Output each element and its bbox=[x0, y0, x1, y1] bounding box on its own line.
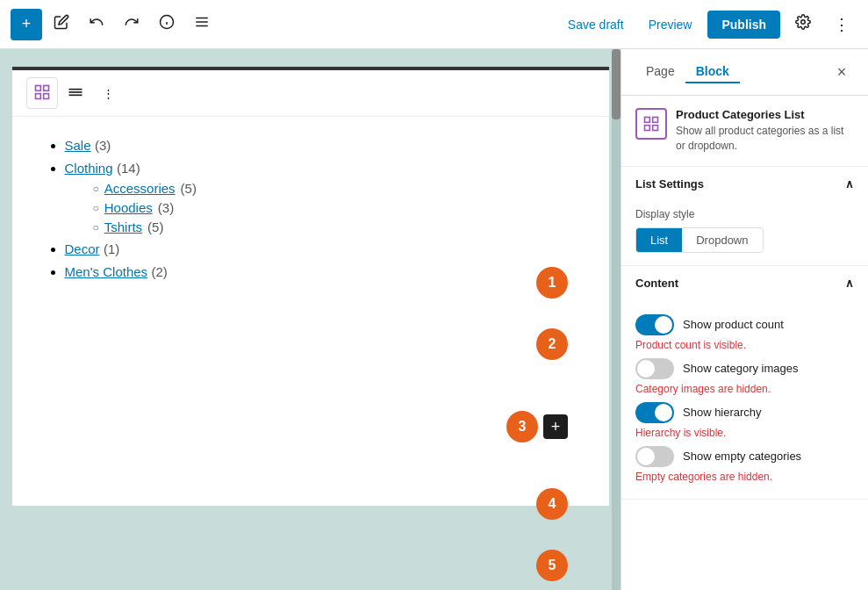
tshirts-count: (5) bbox=[147, 219, 163, 234]
grid-view-button[interactable] bbox=[26, 77, 58, 109]
redo-icon bbox=[124, 14, 140, 34]
list-item: Accessories (5) bbox=[93, 181, 588, 196]
accessories-link[interactable]: Accessories bbox=[104, 181, 176, 196]
hoodies-count: (3) bbox=[158, 200, 174, 215]
step-marker-3: 3 bbox=[506, 411, 538, 442]
step-marker-1: 1 bbox=[536, 267, 568, 299]
preview-button[interactable]: Preview bbox=[640, 12, 701, 37]
svg-rect-9 bbox=[43, 85, 48, 90]
step-marker-3-group: 3 + bbox=[506, 411, 568, 442]
block-icon bbox=[635, 108, 667, 140]
tab-block[interactable]: Block bbox=[685, 61, 740, 83]
display-style-toggle: List Dropdown bbox=[635, 227, 764, 253]
display-style-label: Display style bbox=[635, 208, 854, 220]
list-settings-body: Display style List Dropdown bbox=[621, 201, 868, 265]
list-style-button[interactable]: List bbox=[636, 228, 682, 252]
step-marker-2: 2 bbox=[536, 328, 568, 360]
tshirts-link[interactable]: Tshirts bbox=[104, 219, 142, 234]
svg-rect-10 bbox=[35, 93, 40, 98]
content-section-body: Show product count Product count is visi… bbox=[621, 300, 868, 499]
dropdown-style-button[interactable]: Dropdown bbox=[682, 228, 762, 252]
block-info-text: Product Categories List Show all product… bbox=[676, 108, 854, 154]
category-list: Sale (3) Clothing (14) Accessories (5) bbox=[12, 117, 609, 301]
pencil-icon bbox=[54, 14, 69, 34]
sale-link[interactable]: Sale bbox=[65, 138, 91, 153]
redo-button[interactable] bbox=[116, 9, 147, 40]
svg-rect-18 bbox=[653, 126, 658, 131]
svg-rect-15 bbox=[645, 118, 650, 123]
block-description: Show all product categories as a list or… bbox=[676, 124, 854, 154]
show-empty-categories-hint: Empty categories are hidden. bbox=[635, 471, 854, 483]
panel-header: Page Block × bbox=[621, 49, 868, 96]
toolbar-left: + bbox=[11, 9, 556, 40]
gear-icon bbox=[795, 14, 811, 34]
undo-icon bbox=[89, 14, 104, 34]
grid-icon bbox=[33, 83, 51, 104]
show-empty-categories-label: Show empty categories bbox=[683, 450, 801, 463]
show-hierarchy-hint: Hierarchy is visible. bbox=[635, 427, 854, 439]
list-view-icon bbox=[194, 14, 210, 34]
main-toolbar: + Save draft Pre bbox=[0, 0, 868, 49]
content-title: Content bbox=[635, 277, 678, 290]
ellipsis-icon: ⋮ bbox=[834, 15, 850, 34]
dots-icon: ⋮ bbox=[103, 87, 114, 100]
step-marker-5: 5 bbox=[536, 550, 568, 581]
plus-icon: + bbox=[22, 15, 32, 33]
svg-rect-17 bbox=[645, 126, 650, 131]
save-draft-button[interactable]: Save draft bbox=[559, 12, 633, 37]
list-item: Tshirts (5) bbox=[93, 219, 588, 234]
show-category-images-label: Show category images bbox=[683, 362, 799, 375]
info-button[interactable] bbox=[151, 9, 183, 40]
show-product-count-toggle[interactable] bbox=[635, 314, 674, 335]
close-panel-button[interactable]: × bbox=[829, 60, 854, 84]
scrollbar-thumb[interactable] bbox=[612, 49, 621, 119]
decor-count: (1) bbox=[104, 241, 119, 256]
publish-button[interactable]: Publish bbox=[707, 11, 780, 39]
settings-button[interactable] bbox=[787, 9, 819, 40]
undo-button[interactable] bbox=[81, 9, 112, 40]
show-category-images-row: Show category images bbox=[635, 358, 854, 379]
add-block-overlay-button[interactable]: + bbox=[543, 414, 568, 439]
show-hierarchy-toggle[interactable] bbox=[635, 402, 674, 423]
list-item: Hoodies (3) bbox=[93, 200, 588, 215]
clothing-link[interactable]: Clothing bbox=[65, 161, 113, 176]
content-section-header[interactable]: Content ∧ bbox=[621, 266, 868, 300]
more-options-button[interactable]: ⋮ bbox=[826, 9, 857, 40]
svg-rect-16 bbox=[653, 118, 658, 123]
list-align-button[interactable] bbox=[60, 77, 91, 109]
list-item: Clothing (14) Accessories (5) Hoodies (3… bbox=[65, 161, 588, 234]
show-empty-categories-row: Show empty categories bbox=[635, 446, 854, 467]
toolbar-right: Save draft Preview Publish ⋮ bbox=[559, 9, 857, 40]
list-view-button[interactable] bbox=[186, 9, 218, 40]
show-hierarchy-row: Show hierarchy bbox=[635, 402, 854, 423]
clothing-count: (14) bbox=[117, 161, 140, 176]
tab-page[interactable]: Page bbox=[635, 61, 685, 83]
show-hierarchy-label: Show hierarchy bbox=[683, 406, 762, 419]
show-category-images-toggle[interactable] bbox=[635, 358, 674, 379]
content-section: Content ∧ Show product count Product cou… bbox=[621, 266, 868, 500]
add-block-button[interactable]: + bbox=[11, 9, 42, 40]
show-category-images-hint: Category images are hidden. bbox=[635, 383, 854, 395]
more-block-options-button[interactable]: ⋮ bbox=[93, 77, 125, 109]
editor-area: ⋮ Sale (3) Clothing (14) Accessor bbox=[0, 49, 621, 590]
align-icon bbox=[67, 83, 84, 104]
edit-button[interactable] bbox=[46, 9, 77, 40]
mens-clothes-link[interactable]: Men's Clothes bbox=[65, 264, 148, 279]
scrollbar-track[interactable] bbox=[612, 49, 621, 590]
svg-rect-11 bbox=[43, 93, 48, 98]
main-content: ⋮ Sale (3) Clothing (14) Accessor bbox=[0, 49, 868, 590]
list-item: Men's Clothes (2) bbox=[65, 264, 588, 280]
show-product-count-hint: Product count is visible. bbox=[635, 339, 854, 351]
block-title: Product Categories List bbox=[676, 108, 854, 121]
list-settings-section: List Settings ∧ Display style List Dropd… bbox=[621, 167, 868, 266]
show-empty-categories-toggle[interactable] bbox=[635, 446, 674, 467]
show-product-count-label: Show product count bbox=[683, 318, 784, 331]
show-product-count-row: Show product count bbox=[635, 314, 854, 335]
decor-link[interactable]: Decor bbox=[65, 241, 100, 256]
list-item: Decor (1) bbox=[65, 241, 588, 257]
list-settings-header[interactable]: List Settings ∧ bbox=[621, 167, 868, 201]
clothing-children: Accessories (5) Hoodies (3) Tshirts (5) bbox=[93, 181, 588, 234]
hoodies-link[interactable]: Hoodies bbox=[104, 200, 153, 215]
svg-point-7 bbox=[801, 20, 806, 25]
list-settings-title: List Settings bbox=[635, 177, 704, 191]
